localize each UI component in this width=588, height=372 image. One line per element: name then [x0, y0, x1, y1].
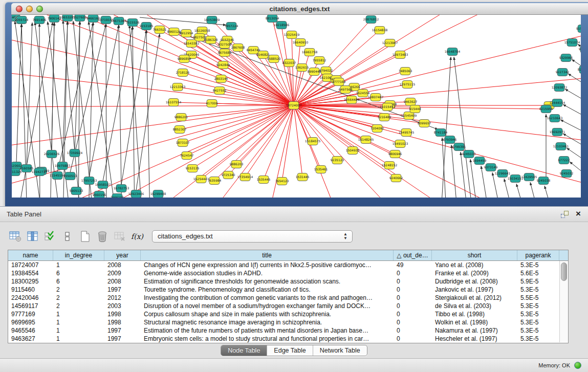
column-header-year[interactable]: year — [104, 250, 141, 260]
table-cell[interactable]: 1 — [53, 335, 104, 343]
table-cell[interactable]: Jankovic et al. (1997) — [432, 286, 517, 294]
column-header-short[interactable]: short — [432, 250, 517, 260]
table-cell[interactable]: 2003 — [104, 302, 141, 310]
close-panel-icon[interactable]: × — [576, 209, 581, 219]
table-cell[interactable]: Nakamura et al. (1997) — [432, 326, 517, 335]
table-row[interactable]: 911546021997Tourette syndrome. Phenomeno… — [8, 286, 568, 294]
float-panel-icon[interactable] — [561, 211, 569, 218]
table-cell[interactable]: 2012 — [104, 294, 141, 302]
tab-node-table[interactable]: Node Table — [221, 345, 267, 356]
select-columns-icon[interactable] — [25, 229, 40, 244]
table-cell[interactable]: Franke et al. (2009) — [432, 269, 517, 277]
table-cell[interactable]: Tibbo et al. (1998) — [432, 310, 517, 318]
table-cell[interactable]: Genome-wide association studies in ADHD. — [141, 269, 394, 277]
table-cell[interactable]: 9699695 — [8, 318, 53, 326]
zoom-window-button[interactable] — [36, 6, 43, 12]
table-cell[interactable]: 0 — [394, 335, 432, 343]
table-cell[interactable]: Investigating the contribution of common… — [141, 294, 394, 302]
table-cell[interactable]: 2 — [53, 294, 104, 302]
table-cell[interactable]: Disruption of a novel member of a sodium… — [141, 302, 394, 310]
table-cell[interactable]: 9463627 — [8, 335, 53, 343]
table-cell[interactable]: 1 — [53, 326, 104, 335]
table-cell[interactable]: Wolkin et al. (1998) — [432, 318, 517, 326]
table-cell[interactable]: Dudbridge et al. (2008) — [432, 277, 517, 286]
table-row[interactable]: 977716911998Corpus callosum shape and si… — [8, 310, 568, 318]
table-cell[interactable]: Estimation of the future numbers of pati… — [141, 326, 394, 335]
table-row[interactable]: 969969511998Structural magnetic resonanc… — [8, 318, 568, 326]
table-cell[interactable]: 0 — [394, 286, 432, 294]
table-cell[interactable]: 5.3E-5 — [517, 261, 559, 269]
table-cell[interactable]: 9777169 — [8, 310, 53, 318]
table-row[interactable]: 1938455462009Genome-wide association stu… — [8, 269, 568, 277]
tab-edge-table[interactable]: Edge Table — [267, 345, 313, 356]
table-cell[interactable]: 18300295 — [8, 277, 53, 286]
column-header-out_de[interactable]: △ out_de… — [394, 250, 432, 260]
table-cell[interactable]: 19384554 — [8, 269, 53, 277]
table-cell[interactable]: Yano et al. (2008) — [432, 261, 517, 269]
table-cell[interactable]: Tourette syndrome. Phenomenology and cla… — [141, 286, 394, 294]
table-cell[interactable]: 6 — [53, 269, 104, 277]
table-cell[interactable]: 5.3E-5 — [517, 335, 559, 343]
close-window-button[interactable] — [16, 6, 23, 12]
table-cell[interactable]: 0 — [394, 269, 432, 277]
table-cell[interactable]: 0 — [394, 277, 432, 286]
table-cell[interactable]: Embryonic stem cells: a model to study s… — [141, 335, 394, 343]
table-cell[interactable]: 14569117 — [8, 302, 53, 310]
table-cell[interactable]: 1997 — [104, 326, 141, 335]
table-cell[interactable]: 2008 — [104, 277, 141, 286]
table-cell[interactable]: Stergiakouli et al. (2012) — [432, 294, 517, 302]
table-cell[interactable]: 5.6E-5 — [517, 269, 559, 277]
table-row[interactable]: 1872400712008Changes of HCN gene express… — [8, 261, 568, 269]
table-cell[interactable]: 0 — [394, 294, 432, 302]
column-header-in_degree[interactable]: in_degree — [53, 250, 104, 260]
table-cell[interactable]: de Silva et al. (2003) — [432, 302, 517, 310]
memory-status-icon[interactable] — [574, 362, 581, 369]
table-cell[interactable]: 6 — [53, 277, 104, 286]
table-settings-icon[interactable] — [8, 229, 23, 244]
new-table-icon[interactable] — [77, 229, 93, 244]
delete-trash-icon[interactable] — [95, 229, 110, 244]
table-cell[interactable]: 5.3E-5 — [517, 310, 559, 318]
table-cell[interactable]: 9115460 — [8, 286, 53, 294]
table-row[interactable]: 946362711997Embryonic stem cells: a mode… — [8, 335, 568, 343]
table-row[interactable]: 2242004622012Investigating the contribut… — [8, 294, 568, 302]
table-cell[interactable]: 22420046 — [8, 294, 53, 302]
network-canvas[interactable]: 1872400789601248912954182260589827505818… — [12, 15, 581, 198]
table-row[interactable]: 1830029562008Estimation of significance … — [8, 277, 568, 286]
column-header-title[interactable]: title — [141, 250, 394, 260]
table-cell[interactable]: 0 — [394, 310, 432, 318]
table-cell[interactable]: Corpus callosum shape and size in male p… — [141, 310, 394, 318]
table-cell[interactable]: 1997 — [104, 335, 141, 343]
table-cell[interactable]: 5.9E-5 — [517, 277, 559, 286]
table-cell[interactable]: 49 — [394, 261, 432, 269]
table-cell[interactable]: 1 — [53, 310, 104, 318]
table-cell[interactable]: 1997 — [104, 286, 141, 294]
resize-grip[interactable] — [12, 15, 580, 197]
table-cell[interactable]: 1 — [53, 261, 104, 269]
table-cell[interactable]: 2009 — [104, 269, 141, 277]
table-cell[interactable]: 0 — [394, 318, 432, 326]
table-cell[interactable]: 5.3E-5 — [517, 318, 559, 326]
tab-network-table[interactable]: Network Table — [313, 345, 367, 356]
table-row[interactable]: 1456911722003Disruption of a novel membe… — [8, 302, 568, 310]
table-cell[interactable]: 0 — [394, 302, 432, 310]
table-cell[interactable]: 1998 — [104, 318, 141, 326]
table-cell[interactable]: 2008 — [104, 261, 141, 269]
table-cell[interactable]: Hescheler et al. (1997) — [432, 335, 517, 343]
table-cell[interactable]: 5.3E-5 — [517, 286, 559, 294]
table-cell[interactable]: Structural magnetic resonance image aver… — [141, 318, 394, 326]
table-cell[interactable]: 2 — [53, 302, 104, 310]
table-chooser-dropdown[interactable]: citations_edges.txt ▲▼ — [152, 230, 353, 243]
function-builder-icon[interactable]: f(x) — [129, 229, 145, 244]
table-cell[interactable]: 0 — [394, 326, 432, 335]
table-row[interactable]: 946554611997Estimation of the future num… — [8, 326, 568, 335]
table-cell[interactable]: 2 — [53, 286, 104, 294]
table-cell[interactable]: 9465546 — [8, 326, 53, 335]
table-cell[interactable]: 1 — [53, 318, 104, 326]
table-cell[interactable]: 1998 — [104, 310, 141, 318]
minimize-window-button[interactable] — [26, 6, 33, 12]
window-titlebar[interactable]: citations_edges.txt — [11, 3, 588, 15]
table-cell[interactable]: 5.5E-5 — [517, 294, 559, 302]
column-header-pagerank[interactable]: pagerank — [517, 250, 559, 260]
table-cell[interactable]: 18724007 — [8, 261, 53, 269]
